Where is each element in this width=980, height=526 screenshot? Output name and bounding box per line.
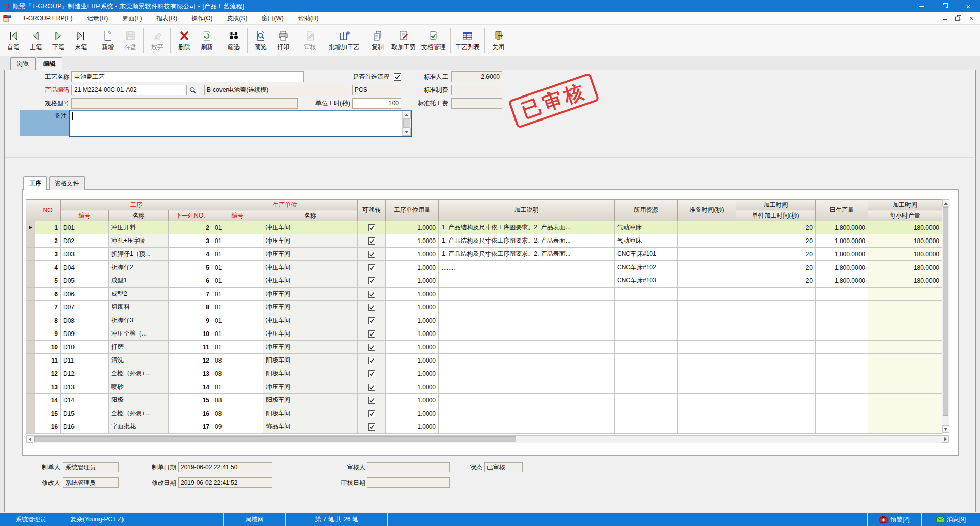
cell-resource[interactable]	[615, 341, 678, 354]
cell-resource[interactable]	[615, 301, 678, 314]
cell-resource[interactable]: CNC车床#103	[615, 274, 678, 288]
cell-hourly[interactable]	[868, 314, 942, 327]
cell-name[interactable]: 字面批花	[109, 420, 169, 434]
menu-item[interactable]: T-GROUP ERP(E)	[15, 12, 80, 25]
cell-hourly[interactable]: 180.0000	[868, 221, 942, 234]
cell-next[interactable]: 6	[169, 274, 212, 288]
cell-daily[interactable]: 1,800.0000	[816, 248, 868, 261]
tab-qualification[interactable]: 资格文件	[49, 176, 85, 190]
cell-no[interactable]: 4	[35, 261, 61, 274]
cell-daily[interactable]	[816, 301, 868, 314]
cell-name[interactable]: 全检（外观+...	[109, 407, 169, 420]
cell-resource[interactable]	[615, 407, 678, 420]
table-row[interactable]: 5D05成型1601冲压车间1.0000CNC车床#103201,800.000…	[26, 274, 942, 288]
cell-prep[interactable]	[678, 261, 736, 274]
cell-unit_time[interactable]	[736, 367, 816, 380]
cell-no[interactable]: 1	[35, 221, 61, 234]
cell-desc[interactable]	[439, 274, 615, 288]
table-hscrollbar[interactable]	[26, 435, 949, 443]
cell-prep[interactable]	[678, 407, 736, 420]
restore-button[interactable]	[933, 0, 957, 12]
cell-next[interactable]: 13	[169, 367, 212, 380]
remark-textarea[interactable]	[70, 110, 411, 136]
menu-item[interactable]: 记录(R)	[80, 12, 115, 25]
cell-desc[interactable]	[439, 354, 615, 367]
scroll-right-icon[interactable]	[942, 436, 949, 443]
cell-daily[interactable]	[816, 341, 868, 354]
movable-checkbox[interactable]	[368, 237, 375, 245]
cell-no[interactable]: 15	[35, 407, 61, 420]
cell-code[interactable]: D07	[61, 301, 109, 314]
cell-no[interactable]: 3	[35, 248, 61, 261]
cell-unit_code[interactable]: 08	[212, 407, 263, 420]
cell-unit_time[interactable]	[736, 354, 816, 367]
table-vscrollbar[interactable]	[942, 199, 949, 433]
cell-resource[interactable]	[615, 354, 678, 367]
cell-code[interactable]: D15	[61, 407, 109, 420]
cell-unit_code[interactable]: 08	[212, 367, 263, 380]
cell-resource[interactable]: 气动冲床	[615, 221, 678, 234]
cell-unit_name[interactable]: 冲压车间	[263, 380, 358, 394]
cell-unit_time[interactable]	[736, 327, 816, 341]
cell-no[interactable]: 8	[35, 314, 61, 327]
movable-checkbox[interactable]	[368, 344, 375, 351]
scroll-down-icon[interactable]	[403, 128, 411, 136]
cell-unit_code[interactable]: 01	[212, 341, 263, 354]
mdi-close-button[interactable]: ×	[968, 15, 975, 22]
movable-checkbox[interactable]	[368, 397, 375, 404]
cell-desc[interactable]: 1. 产品结构及尺寸依工序图要求。2. 产品表面...	[439, 248, 615, 261]
toolbar-button-nav-next[interactable]: 下笔	[47, 26, 69, 55]
table-row[interactable]: 16D16字面批花1709饰品车间1.0000	[26, 420, 942, 434]
usage-header[interactable]: 工序单位用量	[386, 200, 439, 221]
hourly-header[interactable]: 每小时产量	[868, 210, 942, 221]
cell-next[interactable]: 4	[169, 248, 212, 261]
cell-prep[interactable]	[678, 341, 736, 354]
movable-checkbox[interactable]	[368, 291, 375, 298]
menu-item[interactable]: 界面(F)	[115, 12, 149, 25]
cell-no[interactable]: 14	[35, 394, 61, 407]
cell-unit_name[interactable]: 阳极车间	[263, 367, 358, 380]
cell-resource[interactable]: CNC车床#102	[615, 261, 678, 274]
product-lookup-button[interactable]	[187, 85, 199, 95]
cell-resource[interactable]: 气动冲床	[615, 234, 678, 248]
cell-next[interactable]: 7	[169, 288, 212, 301]
table-row[interactable]: 4D04折脚仔2501冲压车间1.0000........CNC车床#10220…	[26, 261, 942, 274]
cell-code[interactable]: D13	[61, 380, 109, 394]
toolbar-button-batch-add[interactable]: 批增加工艺	[326, 26, 362, 55]
cell-desc[interactable]	[439, 314, 615, 327]
cell-code[interactable]: D14	[61, 394, 109, 407]
cell-next[interactable]: 16	[169, 407, 212, 420]
movable-checkbox[interactable]	[368, 330, 375, 338]
cell-unit_time[interactable]	[736, 407, 816, 420]
cell-daily[interactable]	[816, 380, 868, 394]
cell-usage[interactable]: 1.0000	[386, 261, 439, 274]
toolbar-button-copy[interactable]: 复制	[366, 26, 389, 55]
cell-desc[interactable]	[439, 327, 615, 341]
cell-name[interactable]: 折脚仔2	[109, 261, 169, 274]
cell-daily[interactable]	[816, 327, 868, 341]
scroll-up-icon[interactable]	[942, 200, 949, 207]
close-button[interactable]: ×	[957, 0, 980, 12]
toolbar-button-delete[interactable]: 删除	[173, 26, 195, 55]
table-row[interactable]: 14D14阳极1508阳极车间1.0000	[26, 394, 942, 407]
cell-unit_code[interactable]: 01	[212, 301, 263, 314]
movable-checkbox[interactable]	[368, 410, 375, 417]
code-header[interactable]: 编号	[61, 210, 109, 221]
name-header[interactable]: 名称	[109, 210, 169, 221]
cell-daily[interactable]	[816, 314, 868, 327]
cell-hourly[interactable]	[868, 354, 942, 367]
cell-name[interactable]: 折脚仔1（预...	[109, 248, 169, 261]
cell-no[interactable]: 2	[35, 234, 61, 248]
menu-item[interactable]: 报表(R)	[149, 12, 184, 25]
cell-desc[interactable]	[439, 288, 615, 301]
toolbar-button-refresh[interactable]: 刷新	[195, 26, 218, 55]
cell-desc[interactable]	[439, 341, 615, 354]
cell-unit_time[interactable]	[736, 394, 816, 407]
cell-unit_name[interactable]: 冲压车间	[263, 221, 358, 234]
cell-unit_code[interactable]: 01	[212, 248, 263, 261]
cell-desc[interactable]: 1. 产品结构及尺寸依工序图要求。2. 产品表面...	[439, 234, 615, 248]
cell-unit_name[interactable]: 冲压车间	[263, 327, 358, 341]
toolbar-button-craft-list[interactable]: 工艺列表	[453, 26, 482, 55]
cell-unit_name[interactable]: 冲压车间	[263, 234, 358, 248]
scroll-left-icon[interactable]	[26, 436, 33, 443]
